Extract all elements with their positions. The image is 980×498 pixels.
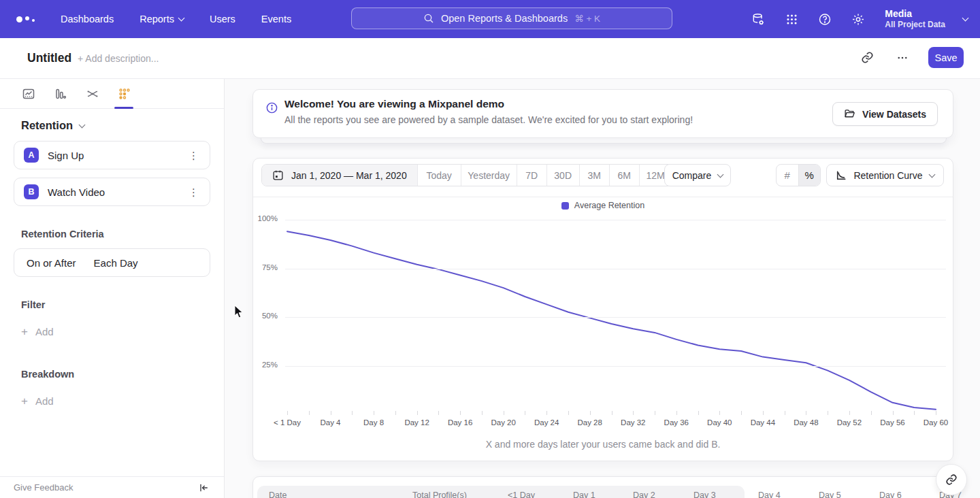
date-preset-6m[interactable]: 6M xyxy=(609,165,639,186)
chevron-down-icon xyxy=(717,171,724,178)
absolute-numbers-toggle[interactable]: # xyxy=(777,165,798,186)
x-axis-tick xyxy=(504,411,504,415)
view-datasets-button[interactable]: View Datasets xyxy=(832,102,938,126)
tab-flows[interactable] xyxy=(86,88,99,100)
copy-link-button[interactable] xyxy=(858,48,877,67)
help-icon[interactable] xyxy=(818,12,832,26)
view-datasets-label: View Datasets xyxy=(862,109,926,120)
step-card-b[interactable]: B Watch Video ⋮ xyxy=(14,178,210,206)
chart-caption: X and more days later your users came ba… xyxy=(253,439,953,450)
info-icon xyxy=(265,101,278,114)
table-column-header: Day 1 xyxy=(573,491,595,498)
project-switcher[interactable]: Media All Project Data xyxy=(885,8,968,30)
save-button[interactable]: Save xyxy=(928,47,964,68)
logo-dot-medium xyxy=(25,16,29,20)
query-builder-sidebar: Retention A Sign Up ⋮ B Watch Video ⋮ Re… xyxy=(0,79,225,498)
search-icon xyxy=(423,13,434,24)
report-title[interactable]: Untitled xyxy=(27,51,71,65)
nav-item-users[interactable]: Users xyxy=(210,14,235,24)
data-management-icon[interactable] xyxy=(751,12,765,26)
x-axis-label: Day 36 xyxy=(653,418,700,427)
collapse-sidebar-icon[interactable] xyxy=(198,482,209,493)
x-axis-label: Day 28 xyxy=(566,418,614,427)
nav-item-events[interactable]: Events xyxy=(261,14,291,24)
mixpanel-logo[interactable] xyxy=(16,16,35,22)
table-header-highlight xyxy=(257,486,745,498)
step-card-a[interactable]: A Sign Up ⋮ xyxy=(14,141,210,169)
tab-funnels[interactable] xyxy=(54,88,67,100)
step-menu-icon[interactable]: ⋮ xyxy=(186,148,201,163)
add-breakdown-button[interactable]: + Add xyxy=(21,395,54,407)
retention-criteria-heading: Retention Criteria xyxy=(21,229,104,239)
add-filter-button[interactable]: + Add xyxy=(21,326,54,337)
table-column-header: Day 3 xyxy=(693,491,716,498)
date-preset-3m[interactable]: 3M xyxy=(579,165,609,186)
date-preset-7d[interactable]: 7D xyxy=(517,165,546,186)
x-axis-tick xyxy=(612,411,612,415)
tab-insights[interactable] xyxy=(22,88,35,100)
date-preset-yesterday[interactable]: Yesterday xyxy=(461,165,517,186)
chevron-down-icon xyxy=(178,15,185,22)
x-axis-label: Day 60 xyxy=(912,418,960,427)
x-axis-label: Day 20 xyxy=(480,418,527,427)
criteria-occurrence-selector[interactable]: On or After xyxy=(27,257,76,269)
report-type-label: Retention xyxy=(21,119,73,132)
add-breakdown-label: Add xyxy=(35,395,54,407)
folder-icon xyxy=(844,108,855,120)
y-gridline xyxy=(285,317,946,318)
percentage-toggle[interactable]: % xyxy=(798,165,821,186)
retention-chart-panel: Jan 1, 2020 — Mar 1, 2020 TodayYesterday… xyxy=(252,158,953,461)
share-link-fab[interactable] xyxy=(936,464,967,495)
more-options-button[interactable] xyxy=(893,48,912,67)
value-format-toggle: # % xyxy=(776,164,821,186)
x-axis-tick xyxy=(633,411,634,415)
table-column-header: <1 Day xyxy=(508,491,535,498)
date-presets: TodayYesterday7D30D3M6M12M xyxy=(417,165,672,186)
nav-item-label: Users xyxy=(210,14,235,24)
x-axis-label: Day 24 xyxy=(523,418,570,427)
date-range-value: Jan 1, 2020 — Mar 1, 2020 xyxy=(291,170,407,181)
nav-menu: DashboardsReportsUsersEvents xyxy=(61,14,291,24)
nav-item-label: Reports xyxy=(140,14,174,24)
nav-item-reports[interactable]: Reports xyxy=(140,14,184,24)
search-placeholder: Open Reports & Dashboards xyxy=(441,13,568,24)
nav-item-dashboards[interactable]: Dashboards xyxy=(61,14,114,24)
step-badge-b: B xyxy=(24,184,39,199)
x-axis-tick xyxy=(568,411,569,415)
report-type-selector[interactable]: Retention xyxy=(21,119,84,132)
settings-gear-icon[interactable] xyxy=(851,12,865,26)
step-menu-icon[interactable]: ⋮ xyxy=(186,184,201,200)
x-axis-tick xyxy=(893,411,894,415)
chart-type-label: Retention Curve xyxy=(853,170,923,181)
x-axis-tick xyxy=(525,411,525,415)
chart-type-button[interactable]: Retention Curve xyxy=(826,164,944,186)
apps-grid-icon[interactable] xyxy=(785,12,798,26)
x-axis-label: Day 52 xyxy=(826,418,873,427)
project-name: Media xyxy=(885,8,945,20)
x-axis-tick xyxy=(287,411,288,415)
date-preset-30d[interactable]: 30D xyxy=(546,165,579,186)
x-axis-tick xyxy=(655,411,655,415)
nav-item-label: Events xyxy=(261,14,291,24)
x-axis-label: Day 16 xyxy=(436,418,484,427)
give-feedback-link[interactable]: Give Feedback xyxy=(14,482,73,493)
banner-subtitle: All the reports you see are powered by a… xyxy=(284,114,693,125)
x-axis-label: Day 4 xyxy=(307,418,355,427)
date-range-button[interactable]: Jan 1, 2020 — Mar 1, 2020 xyxy=(262,165,417,186)
retention-criteria-card: On or After Each Day xyxy=(14,248,210,277)
report-description-placeholder[interactable]: + Add description... xyxy=(78,53,159,64)
y-gridline xyxy=(285,366,946,367)
date-preset-today[interactable]: Today xyxy=(417,165,461,186)
x-axis-tick xyxy=(482,411,483,415)
y-axis-label: 25% xyxy=(253,361,278,369)
compare-button[interactable]: Compare xyxy=(664,164,731,186)
x-axis-tick xyxy=(806,411,806,415)
retention-table-panel: DateTotal Profile(s)<1 DayDay 1Day 2Day … xyxy=(252,476,953,498)
average-retention-line[interactable] xyxy=(287,231,936,410)
x-axis-label: Day 40 xyxy=(696,418,743,427)
tab-retention[interactable] xyxy=(118,88,131,100)
sidebar-footer: Give Feedback xyxy=(0,476,224,498)
criteria-interval-selector[interactable]: Each Day xyxy=(94,257,138,269)
table-column-header: Total Profile(s) xyxy=(412,491,467,498)
search-input[interactable]: Open Reports & Dashboards ⌘ + K xyxy=(351,7,672,29)
